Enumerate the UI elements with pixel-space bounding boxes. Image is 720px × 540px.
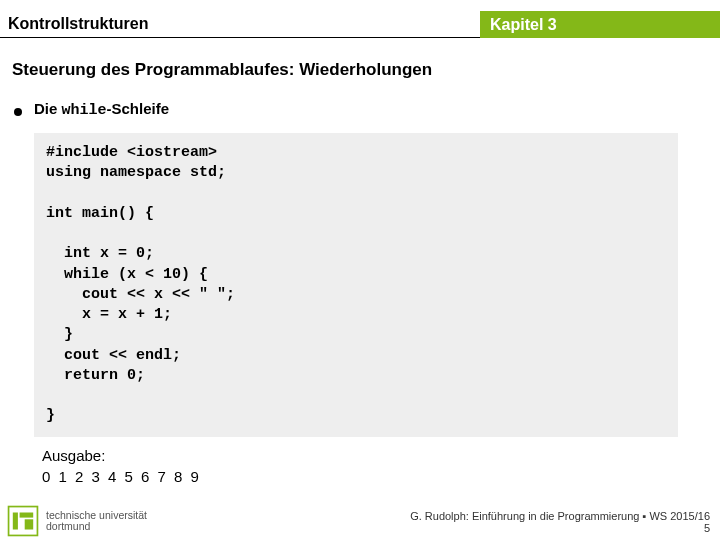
header-bar: Kontrollstrukturen Kapitel 3 — [0, 11, 720, 38]
footer-page: 5 — [0, 522, 720, 534]
slide-container: Kontrollstrukturen Kapitel 3 Steuerung d… — [0, 0, 720, 540]
output-text: 0 1 2 3 4 5 6 7 8 9 — [42, 468, 708, 485]
footer: G. Rudolph: Einführung in die Programmie… — [0, 510, 720, 534]
topic-title: Kontrollstrukturen — [8, 15, 148, 33]
bullet-mono: while — [62, 102, 107, 119]
chapter-title: Kapitel 3 — [490, 16, 557, 34]
footer-credit: G. Rudolph: Einführung in die Programmie… — [0, 510, 720, 522]
bullet-item: Die while-Schleife — [14, 100, 708, 119]
output-label: Ausgabe: — [42, 447, 708, 464]
header-left: Kontrollstrukturen — [0, 11, 480, 38]
output-block: Ausgabe: 0 1 2 3 4 5 6 7 8 9 — [42, 447, 708, 485]
content-area: Steuerung des Programmablaufes: Wiederho… — [12, 60, 708, 485]
bullet-prefix: Die — [34, 100, 62, 117]
header-right: Kapitel 3 — [480, 11, 720, 38]
bullet-suffix: -Schleife — [107, 100, 170, 117]
section-title: Steuerung des Programmablaufes: Wiederho… — [12, 60, 708, 80]
code-block: #include <iostream> using namespace std;… — [34, 133, 678, 437]
bullet-text: Die while-Schleife — [34, 100, 169, 119]
bullet-dot-icon — [14, 108, 22, 116]
